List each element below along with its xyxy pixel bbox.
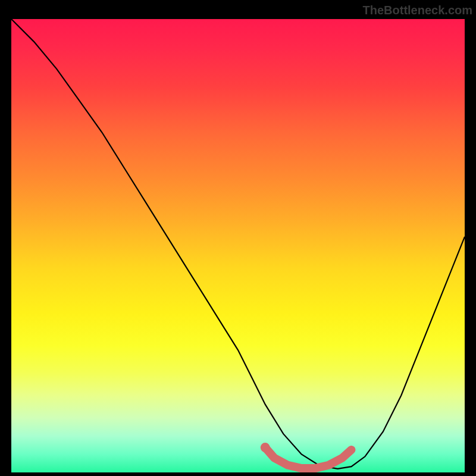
chart-area: [11, 19, 465, 472]
chart-svg: [11, 19, 465, 472]
bottleneck-curve: [11, 19, 465, 469]
watermark-text: TheBottleneck.com: [363, 4, 472, 17]
optimal-start-dot: [261, 443, 270, 452]
